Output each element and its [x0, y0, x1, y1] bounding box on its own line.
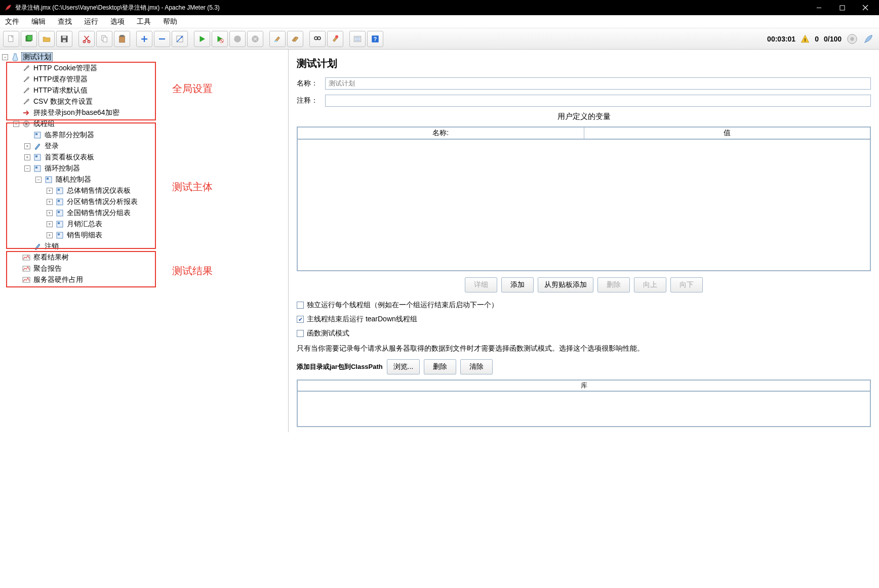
controller-icon — [56, 220, 64, 228]
menu-help[interactable]: 帮助 — [161, 16, 179, 27]
copy-button[interactable] — [96, 31, 112, 47]
search-button[interactable] — [309, 31, 326, 47]
toggle-icon[interactable]: − — [24, 165, 30, 172]
tree-thread-group[interactable]: 线程组 — [32, 119, 56, 129]
classpath-label: 添加目录或jar包到ClassPath — [297, 362, 383, 371]
svg-rect-45 — [58, 222, 60, 224]
tree-item[interactable]: HTTP缓存管理器 — [32, 75, 89, 84]
help-button[interactable]: ? — [367, 31, 383, 47]
cp-clear-button[interactable]: 清除 — [460, 359, 493, 374]
tree-root[interactable]: 测试计划 — [21, 52, 53, 62]
cb-functional[interactable] — [297, 330, 304, 337]
tree-dash[interactable]: 首页看板仪表板 — [44, 153, 95, 162]
name-input[interactable] — [325, 77, 871, 90]
toggle-icon[interactable]: − — [35, 177, 42, 183]
cb-teardown[interactable]: ✔ — [297, 316, 304, 323]
tree-item[interactable]: CSV 数据文件设置 — [32, 97, 94, 106]
add-clipboard-button[interactable]: 从剪贴板添加 — [538, 277, 593, 292]
function-helper-button[interactable] — [349, 31, 366, 47]
tree-loop[interactable]: 循环控制器 — [44, 164, 81, 173]
tree-item[interactable]: 全国销售情况分组表 — [66, 208, 132, 218]
svg-point-8 — [88, 40, 90, 43]
menu-run[interactable]: 运行 — [82, 16, 100, 27]
svg-point-18 — [274, 40, 277, 42]
start-button[interactable] — [194, 31, 210, 47]
toggle-icon[interactable]: − — [13, 121, 19, 127]
stop-button[interactable] — [229, 31, 246, 47]
paste-button[interactable] — [114, 31, 130, 47]
tree-item[interactable]: 聚合报告 — [32, 264, 63, 273]
tree-login[interactable]: 登录 — [44, 142, 60, 151]
delete-button[interactable]: 删除 — [597, 277, 630, 292]
maximize-button[interactable] — [830, 0, 854, 15]
svg-rect-10 — [103, 37, 107, 42]
menu-edit[interactable]: 编辑 — [29, 16, 48, 27]
tree-item[interactable]: 拼接登录json并base64加密 — [32, 108, 121, 117]
config-icon — [22, 75, 30, 83]
svg-point-21 — [335, 35, 338, 38]
name-label: 名称： — [297, 79, 325, 88]
svg-rect-31 — [35, 133, 37, 135]
clear-button[interactable] — [269, 31, 286, 47]
tree-item[interactable]: 服务器硬件占用 — [32, 275, 84, 284]
comment-input[interactable] — [325, 95, 871, 107]
shutdown-button[interactable] — [247, 31, 263, 47]
toggle-icon[interactable]: + — [47, 232, 53, 238]
tree-item[interactable]: 销售明细表 — [66, 231, 103, 240]
expand-button[interactable] — [136, 31, 152, 47]
save-button[interactable] — [56, 31, 72, 47]
toggle-icon[interactable]: − — [2, 54, 8, 60]
warning-icon[interactable]: ! — [801, 34, 810, 44]
tree-item[interactable]: 察看结果树 — [32, 253, 70, 262]
new-button[interactable] — [3, 31, 19, 47]
tree-logout[interactable]: 注销 — [44, 242, 60, 251]
menu-tools[interactable]: 工具 — [135, 16, 153, 27]
lib-body[interactable] — [297, 392, 871, 427]
detail-button[interactable]: 详细 — [465, 277, 497, 292]
up-button[interactable]: 向上 — [634, 277, 666, 292]
tree-item[interactable]: 月销汇总表 — [66, 220, 103, 229]
clear-all-button[interactable] — [287, 31, 303, 47]
cb-serialize[interactable] — [297, 302, 304, 309]
toggle-icon[interactable]: + — [47, 188, 53, 194]
open-button[interactable] — [38, 31, 55, 47]
toggle-icon[interactable]: + — [24, 143, 30, 149]
start-no-pause-button[interactable] — [212, 31, 228, 47]
preprocessor-icon — [22, 109, 30, 117]
tree-item[interactable]: HTTP请求默认值 — [32, 86, 89, 95]
close-button[interactable] — [854, 0, 877, 15]
browse-button[interactable]: 浏览... — [387, 359, 420, 374]
svg-point-29 — [25, 123, 27, 125]
tree-item[interactable]: 分区销售情况分析报表 — [66, 197, 139, 206]
tree-crit[interactable]: 临界部分控制器 — [44, 131, 95, 140]
toggle-icon[interactable]: + — [47, 221, 53, 227]
tree-rand[interactable]: 随机控制器 — [55, 175, 92, 184]
controller-icon — [33, 164, 42, 173]
templates-button[interactable] — [21, 31, 37, 47]
tree-item[interactable]: 总体销售情况仪表板 — [66, 186, 132, 195]
reset-search-button[interactable] — [327, 31, 343, 47]
cp-delete-button[interactable]: 删除 — [424, 359, 456, 374]
down-button[interactable]: 向下 — [670, 277, 703, 292]
tree-item[interactable]: HTTP Cookie管理器 — [32, 64, 98, 73]
menu-options[interactable]: 选项 — [108, 16, 127, 27]
config-icon — [22, 98, 30, 106]
tree-pane: − 测试计划 HTTP Cookie管理器HTTP缓存管理器HTTP请求默认值C… — [0, 50, 289, 432]
svg-rect-12 — [121, 35, 124, 36]
toggle-icon[interactable]: + — [47, 210, 53, 216]
collapse-button[interactable] — [154, 31, 170, 47]
svg-rect-33 — [35, 155, 37, 157]
vars-body[interactable] — [297, 140, 871, 271]
toggle-icon[interactable]: + — [24, 154, 30, 160]
detail-pane: 测试计划 名称： 注释： 用户定义的变量 名称: 值 详细 添加 从剪贴板添加 … — [289, 50, 879, 432]
menu-file[interactable]: 文件 — [3, 16, 21, 27]
cut-button[interactable] — [78, 31, 95, 47]
toggle-button[interactable] — [172, 31, 188, 47]
menu-find[interactable]: 查找 — [56, 16, 74, 27]
svg-point-14 — [181, 36, 182, 37]
minimize-button[interactable] — [807, 0, 830, 15]
toggle-icon[interactable]: + — [47, 199, 53, 205]
svg-rect-43 — [58, 211, 60, 213]
add-button[interactable]: 添加 — [501, 277, 534, 292]
thread-indicator-icon — [847, 33, 858, 45]
